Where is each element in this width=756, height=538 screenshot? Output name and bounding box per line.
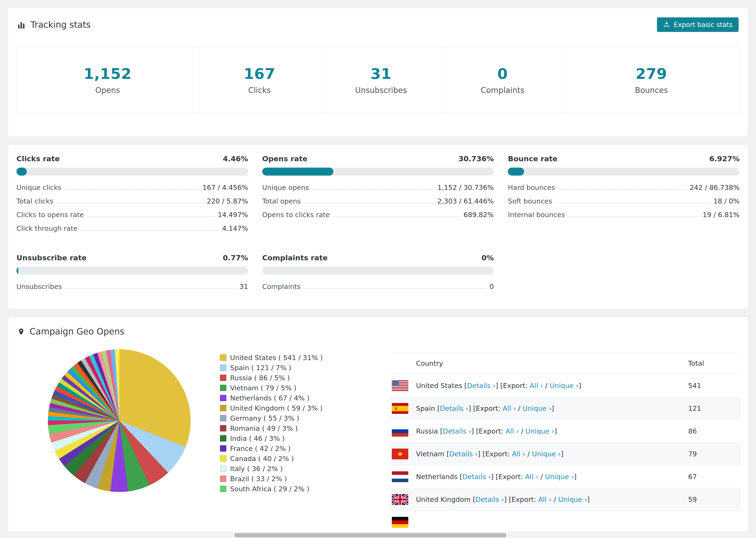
geo-title: Campaign Geo Opens xyxy=(29,327,125,337)
country-links: [Details ›] [Export: All › / Unique ›] xyxy=(447,450,564,458)
stat-label: Complaints xyxy=(481,86,524,95)
export-unique-link[interactable]: Unique › xyxy=(545,473,574,481)
country-total: 79 xyxy=(688,450,741,458)
legend-label: Canada ( 40 / 2% ) xyxy=(230,455,294,463)
country-column-header: Country xyxy=(416,359,688,367)
legend-item: Russia ( 86 / 5% ) xyxy=(220,373,361,383)
export-all-link[interactable]: All › xyxy=(525,473,538,481)
metric-value: 18 / 0% xyxy=(714,197,739,205)
legend-swatch xyxy=(220,425,226,431)
table-row: United States [Details ›] [Export: All ›… xyxy=(389,374,741,397)
bracket-close: ] xyxy=(504,496,507,504)
details-link[interactable]: Details › xyxy=(449,450,477,458)
country-total: 121 xyxy=(688,404,741,412)
details-link[interactable]: Details › xyxy=(462,473,491,481)
country-links: [Details ›] [Export: All › / Unique ›] xyxy=(473,496,590,504)
dotted-leader xyxy=(333,216,460,217)
country-links: [Details ›] [Export: All › / Unique ›] xyxy=(437,404,554,412)
export-label: Export: xyxy=(479,427,503,435)
legend-item: Romania ( 49 / 3% ) xyxy=(220,423,361,433)
details-link[interactable]: Details › xyxy=(440,404,468,412)
country-name: United Kingdom xyxy=(416,496,471,504)
flag-vn-icon xyxy=(392,449,408,459)
legend-label: Netherlands ( 67 / 4% ) xyxy=(230,394,309,402)
export-unique-link[interactable]: Unique › xyxy=(525,427,554,435)
legend-label: Brazil ( 33 / 2% ) xyxy=(230,475,287,483)
export-button-label: Export basic stats xyxy=(674,21,732,28)
country-total: 86 xyxy=(688,427,741,435)
rate-value: 6.927% xyxy=(709,154,739,163)
country-name: Netherlands xyxy=(416,473,458,481)
rate-block: Bounce rate 6.927% Hard bounces 242 / 86… xyxy=(508,154,739,232)
details-link[interactable]: Details › xyxy=(475,496,504,504)
rate-block: Unsubscribe rate 0.77% Unsubscribes 31 xyxy=(17,253,248,291)
progress-fill xyxy=(508,168,524,176)
slash-separator: / xyxy=(521,427,523,435)
rate-value: 0.77% xyxy=(223,253,248,262)
legend-swatch xyxy=(220,415,226,421)
flag-us-icon xyxy=(392,380,408,391)
legend-item: Germany ( 55 / 3% ) xyxy=(220,413,361,423)
export-basic-stats-button[interactable]: Export basic stats xyxy=(657,17,739,32)
export-label: Export: xyxy=(512,496,536,504)
details-link[interactable]: Details › xyxy=(443,427,471,435)
campaign-geo-opens-card: Campaign Geo Opens United States ( 541 /… xyxy=(8,317,748,534)
bracket-open: [ xyxy=(496,473,498,481)
table-rows: United States [Details ›] [Export: All ›… xyxy=(389,374,741,534)
geo-header: Campaign Geo Opens xyxy=(8,317,748,338)
export-unique-link[interactable]: Unique › xyxy=(550,382,578,390)
progress-fill xyxy=(17,267,18,275)
dotted-leader xyxy=(87,216,215,217)
table-row: United Kingdom [Details ›] [Export: All … xyxy=(389,488,741,511)
legend-item: United States ( 541 / 31% ) xyxy=(220,352,361,363)
legend-item: Brazil ( 33 / 2% ) xyxy=(220,474,361,484)
export-all-link[interactable]: All › xyxy=(512,450,525,458)
rate-rows: Complaints 0 xyxy=(262,277,494,291)
country-cell: Spain [Details ›] [Export: All › / Uniqu… xyxy=(416,404,688,413)
legend-swatch xyxy=(220,465,226,472)
country-cell: United States [Details ›] [Export: All ›… xyxy=(416,381,688,391)
country-total: 541 xyxy=(688,382,741,390)
dotted-leader xyxy=(555,203,711,203)
slash-separator: / xyxy=(554,496,556,504)
export-all-link[interactable]: All › xyxy=(538,496,552,504)
legend-swatch xyxy=(220,486,226,492)
rate-rows: Unsubscribes 31 xyxy=(17,277,248,291)
export-unique-link[interactable]: Unique › xyxy=(523,404,552,412)
export-unique-link[interactable]: Unique › xyxy=(532,450,561,458)
page-title: Tracking stats xyxy=(17,20,91,30)
flag-gb-icon xyxy=(392,494,408,505)
export-icon xyxy=(663,21,670,29)
legend-item: Netherlands ( 67 / 4% ) xyxy=(220,393,361,403)
details-link[interactable]: Details › xyxy=(467,382,495,390)
bracket-open: [ xyxy=(482,450,485,458)
progress-fill xyxy=(262,168,333,176)
rate-value: 30.736% xyxy=(459,154,494,163)
legend-swatch xyxy=(220,364,226,371)
legend-swatch xyxy=(220,375,226,381)
rate-value: 0% xyxy=(482,253,494,262)
export-all-link[interactable]: All › xyxy=(503,404,516,412)
export-all-link[interactable]: All › xyxy=(506,427,519,435)
rate-value: 4.46% xyxy=(223,154,248,163)
bracket-close: ] xyxy=(478,450,480,458)
export-unique-link[interactable]: Unique › xyxy=(558,496,587,504)
stat-box: 1,152 Opens xyxy=(17,47,199,113)
bracket-open: [ xyxy=(473,496,475,504)
rate-header: Bounce rate 6.927% xyxy=(508,154,739,163)
stat-value: 31 xyxy=(370,65,392,82)
export-all-link[interactable]: All › xyxy=(530,382,543,390)
metric-label: Opens to clicks rate xyxy=(262,211,330,219)
rate-title: Clicks rate xyxy=(17,154,60,163)
horizontal-scrollbar-thumb[interactable] xyxy=(234,533,507,537)
metric-value: 1,152 / 30.736% xyxy=(437,184,494,191)
country-cell: Vietnam [Details ›] [Export: All › / Uni… xyxy=(416,449,688,459)
bar-chart-icon xyxy=(17,21,26,29)
stat-value: 1,152 xyxy=(83,65,132,82)
metric-label: Internal bounces xyxy=(508,211,565,219)
metric-value: 0 xyxy=(490,283,494,291)
legend-label: Italy ( 36 / 2% ) xyxy=(230,465,283,473)
horizontal-scrollbar-track[interactable] xyxy=(0,532,756,538)
stat-label: Clicks xyxy=(248,86,271,95)
table-row: Spain [Details ›] [Export: All › / Uniqu… xyxy=(389,397,741,420)
